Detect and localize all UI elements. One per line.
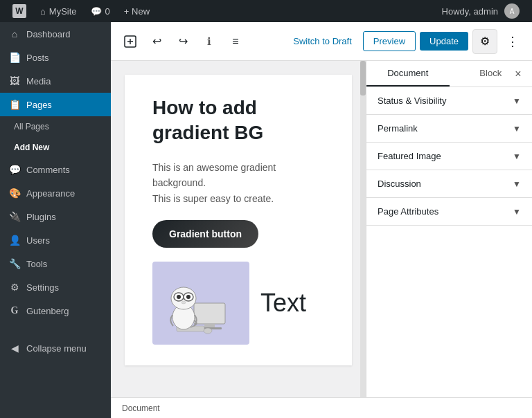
- gutenberg-icon: G: [8, 305, 21, 317]
- sidebar-item-dashboard[interactable]: ⌂ Dashboard: [0, 22, 111, 46]
- sidebar-item-add-new[interactable]: Add New: [0, 137, 111, 158]
- admin-bar-site-name[interactable]: ⌂ MySite: [33, 0, 84, 22]
- redo-button[interactable]: ↪: [172, 30, 194, 53]
- panel-section-featured-image: Featured Image ▼: [366, 143, 532, 170]
- more-options-button[interactable]: ⋮: [502, 30, 524, 53]
- avatar: A: [504, 3, 520, 19]
- sidebar-item-posts[interactable]: 📄 Posts: [0, 46, 111, 69]
- admin-bar-new[interactable]: + New: [117, 0, 157, 22]
- switch-to-draft-button[interactable]: Switch to Draft: [286, 32, 359, 51]
- sidebar-item-label: Plugins: [26, 212, 56, 222]
- panel-tab-document[interactable]: Document: [366, 61, 450, 87]
- page-content-area[interactable]: How to add gradient BG This is an awesom…: [111, 61, 366, 397]
- sidebar-item-label: Add New: [14, 143, 49, 152]
- content-image[interactable]: [152, 262, 249, 345]
- users-icon: 👤: [8, 234, 21, 246]
- scrollbar-thumb[interactable]: [360, 61, 366, 96]
- panel-section-permalink: Permalink ▼: [366, 115, 532, 143]
- section-label: Page Attributes: [378, 206, 438, 217]
- panel-section-header-featured-image[interactable]: Featured Image ▼: [366, 143, 532, 170]
- sidebar-item-label: Collapse menu: [26, 343, 87, 354]
- collapse-icon: ◀: [8, 342, 21, 354]
- media-icon: 🖼: [8, 75, 21, 87]
- svg-point-13: [186, 295, 190, 299]
- sidebar-item-label: Dashboard: [26, 29, 71, 39]
- list-view-icon: ≡: [232, 35, 238, 48]
- add-block-button[interactable]: [119, 30, 141, 53]
- page-body[interactable]: This is an awesome gradient background. …: [152, 160, 324, 206]
- undo-button[interactable]: ↩: [145, 30, 168, 53]
- list-view-button[interactable]: ≡: [224, 30, 247, 53]
- sidebar-item-users[interactable]: 👤 Users: [0, 228, 111, 252]
- sidebar-item-label: Gutenberg: [26, 306, 69, 316]
- panel-section-header-status-visibility[interactable]: Status & Visibility ▼: [366, 87, 532, 114]
- wp-logo-icon: W: [12, 4, 26, 18]
- section-label: Discussion: [378, 179, 421, 189]
- gradient-button[interactable]: Gradient button: [152, 220, 258, 248]
- chevron-down-icon: ▼: [513, 179, 521, 189]
- chevron-down-icon: ▼: [513, 124, 521, 134]
- page-body-line2: This is super easy to create.: [152, 193, 274, 204]
- sidebar-item-tools[interactable]: 🔧 Tools: [0, 252, 111, 275]
- panel-section-status-visibility: Status & Visibility ▼: [366, 87, 532, 115]
- close-icon: ×: [515, 68, 521, 80]
- svg-rect-4: [204, 324, 215, 327]
- site-name-label: MySite: [49, 6, 77, 17]
- svg-rect-3: [194, 303, 225, 324]
- panel-section-discussion: Discussion ▼: [366, 170, 532, 198]
- preview-button[interactable]: Preview: [363, 31, 416, 51]
- sidebar-item-collapse[interactable]: ◀ Collapse menu: [0, 336, 111, 360]
- comments-icon: 💬: [91, 6, 102, 17]
- sidebar-item-plugins[interactable]: 🔌 Plugins: [0, 205, 111, 228]
- info-button[interactable]: ℹ: [198, 30, 220, 53]
- panel-section-header-page-attributes[interactable]: Page Attributes ▼: [366, 198, 532, 225]
- main-layout: ⌂ Dashboard 📄 Posts 🖼 Media 📋 Pages All …: [0, 22, 532, 418]
- panel-section-header-discussion[interactable]: Discussion ▼: [366, 170, 532, 197]
- sidebar-item-label: Appearance: [26, 188, 75, 199]
- admin-bar: W ⌂ MySite 💬 0 + New Howdy, admin A: [0, 0, 532, 22]
- sidebar-item-all-pages[interactable]: All Pages: [0, 116, 111, 137]
- page-title[interactable]: How to add gradient BG: [152, 96, 324, 146]
- tab-block-label: Block: [479, 68, 502, 78]
- panel-section-header-permalink[interactable]: Permalink ▼: [366, 115, 532, 142]
- admin-bar-wp-logo[interactable]: W: [6, 0, 33, 22]
- sidebar-item-label: Tools: [26, 259, 47, 269]
- tab-document-label: Document: [387, 68, 428, 78]
- sidebar-item-comments[interactable]: 💬 Comments: [0, 158, 111, 181]
- appearance-icon: 🎨: [8, 187, 21, 199]
- cartoon-figure-svg: [156, 265, 246, 341]
- sidebar-item-label: Settings: [26, 282, 59, 293]
- page-body-line1: This is an awesome gradient background.: [152, 162, 276, 188]
- home-icon: ⌂: [40, 6, 46, 17]
- sidebar-item-label: Media: [26, 76, 51, 87]
- panel-close-button[interactable]: ×: [510, 66, 526, 82]
- editor-area: ↩ ↪ ℹ ≡ Switch to Draft Preview Update ⚙…: [111, 22, 532, 418]
- update-button[interactable]: Update: [420, 32, 468, 51]
- content-and-panel: How to add gradient BG This is an awesom…: [111, 61, 532, 397]
- chevron-down-icon: ▼: [513, 96, 521, 106]
- scrollbar-track[interactable]: [360, 61, 366, 397]
- sidebar-item-pages[interactable]: 📋 Pages: [0, 93, 111, 116]
- page-canvas: How to add gradient BG This is an awesom…: [125, 75, 352, 365]
- sidebar-item-gutenberg[interactable]: G Gutenberg: [0, 299, 111, 322]
- content-image-row: Text: [152, 262, 324, 345]
- comments-count: 0: [105, 6, 110, 17]
- admin-bar-comments[interactable]: 💬 0: [84, 0, 117, 22]
- section-label: Permalink: [378, 123, 418, 134]
- admin-bar-howdy[interactable]: Howdy, admin A: [435, 0, 526, 22]
- panel-tabs: Document Block ×: [366, 61, 532, 87]
- bottom-bar: Document: [111, 397, 532, 418]
- svg-point-15: [181, 301, 186, 304]
- sidebar-item-label: Comments: [26, 165, 70, 175]
- sidebar-item-appearance[interactable]: 🎨 Appearance: [0, 181, 111, 205]
- settings-button[interactable]: ⚙: [472, 29, 497, 54]
- right-panel: Document Block × Status & Visibility ▼: [366, 61, 532, 397]
- sidebar-item-label: Pages: [26, 100, 52, 110]
- chevron-down-icon: ▼: [513, 152, 521, 161]
- panel-section-page-attributes: Page Attributes ▼: [366, 198, 532, 226]
- sidebar-item-settings[interactable]: ⚙ Settings: [0, 275, 111, 299]
- more-options-icon: ⋮: [506, 34, 519, 49]
- info-icon: ℹ: [207, 35, 211, 48]
- sidebar-item-media[interactable]: 🖼 Media: [0, 69, 111, 93]
- comments-icon: 💬: [8, 163, 21, 176]
